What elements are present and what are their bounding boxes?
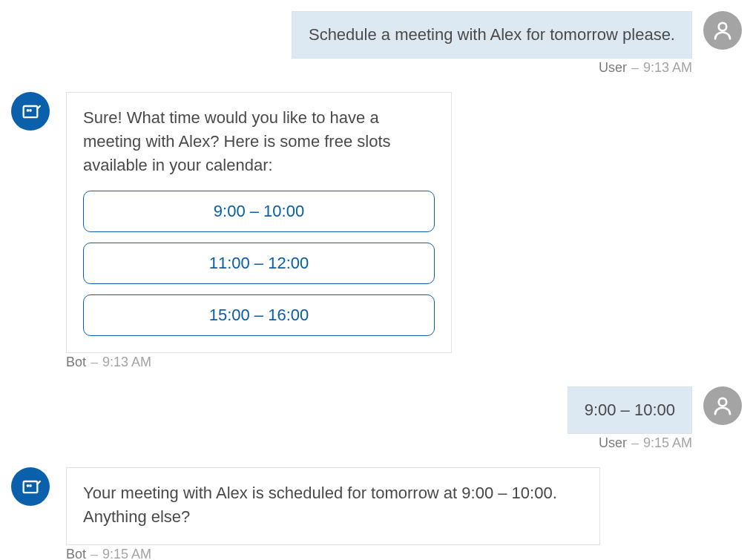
message-time: 9:13 AM [102, 355, 151, 370]
user-icon [711, 395, 734, 417]
bot-icon [20, 476, 41, 497]
bot-message-text: Sure! What time would you like to have a… [83, 106, 435, 177]
meta-separator: – [631, 60, 639, 76]
user-message-meta: User – 9:15 AM [11, 435, 742, 451]
time-slot-option-1[interactable]: 9:00 – 10:00 [83, 191, 435, 232]
user-message-meta: User – 9:13 AM [11, 60, 742, 76]
meta-separator: – [631, 435, 639, 451]
user-avatar [703, 386, 742, 425]
time-slot-option-2[interactable]: 11:00 – 12:00 [83, 243, 435, 284]
svg-point-4 [719, 398, 727, 406]
svg-point-3 [30, 110, 30, 111]
svg-point-7 [30, 485, 30, 486]
sender-name: Bot [66, 547, 86, 560]
svg-point-0 [719, 23, 727, 31]
time-slot-option-3[interactable]: 15:00 – 16:00 [83, 294, 435, 336]
message-time: 9:13 AM [643, 60, 692, 76]
sender-name: Bot [66, 355, 86, 370]
user-message-text: Schedule a meeting with Alex for tomorro… [309, 25, 675, 44]
user-icon [711, 19, 734, 42]
bot-message-row: Your meeting with Alex is scheduled for … [11, 467, 742, 546]
svg-point-2 [27, 110, 28, 111]
bot-message-bubble: Sure! What time would you like to have a… [66, 92, 452, 353]
svg-point-6 [27, 485, 28, 486]
meta-separator: – [91, 355, 98, 370]
bot-message-meta: Bot – 9:13 AM [11, 355, 742, 370]
user-message-row: Schedule a meeting with Alex for tomorro… [11, 11, 742, 59]
bot-avatar [11, 467, 50, 506]
message-time: 9:15 AM [102, 547, 151, 560]
bot-icon [20, 101, 41, 122]
meta-separator: – [91, 547, 98, 560]
sender-name: User [599, 60, 627, 76]
user-message-bubble: Schedule a meeting with Alex for tomorro… [292, 11, 692, 59]
sender-name: User [599, 435, 627, 451]
user-message-bubble: 9:00 – 10:00 [568, 386, 692, 434]
bot-message-bubble: Your meeting with Alex is scheduled for … [66, 467, 600, 546]
user-message-text: 9:00 – 10:00 [585, 401, 675, 419]
chat-container: Schedule a meeting with Alex for tomorro… [11, 11, 742, 560]
bot-message-row: Sure! What time would you like to have a… [11, 92, 742, 353]
user-avatar [703, 11, 742, 50]
bot-avatar [11, 92, 50, 131]
bot-message-meta: Bot – 9:15 AM [11, 547, 742, 560]
user-message-row: 9:00 – 10:00 [11, 386, 742, 434]
bot-message-text: Your meeting with Alex is scheduled for … [83, 481, 583, 529]
message-time: 9:15 AM [643, 435, 692, 451]
